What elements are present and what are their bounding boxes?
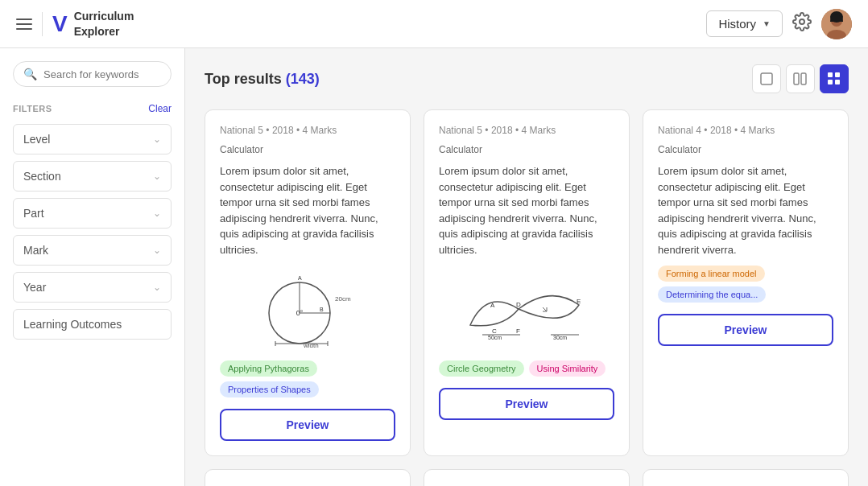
filter-label: Section: [23, 170, 61, 183]
chevron-down-icon: ⌄: [153, 171, 161, 182]
view-grid-button[interactable]: [820, 64, 849, 93]
view-toggles: [752, 64, 849, 93]
svg-text:E: E: [577, 298, 581, 305]
history-label: History: [718, 17, 756, 31]
svg-rect-11: [835, 80, 840, 84]
preview-button[interactable]: Preview: [658, 314, 833, 346]
preview-button[interactable]: Preview: [439, 388, 614, 420]
logo-text: Curriculum Explorer: [74, 9, 134, 38]
split-view-icon: [793, 72, 808, 86]
svg-text:A: A: [298, 275, 302, 281]
chevron-down-icon: ▼: [763, 19, 771, 28]
card-meta: National 5 • 2018 • 4 Marks: [220, 125, 395, 136]
gear-icon: [792, 12, 812, 31]
svg-text:C: C: [492, 327, 497, 335]
grid-view-icon: [827, 72, 841, 86]
header-left: V Curriculum Explorer: [16, 9, 134, 38]
avatar-image: [821, 9, 852, 39]
svg-text:50cm: 50cm: [488, 335, 502, 340]
filter-item-level[interactable]: Level⌄: [13, 124, 172, 154]
chevron-down-icon: ⌄: [153, 134, 161, 145]
card-body: Lorem ipsum dolor sit amet, consectetur …: [220, 163, 395, 257]
settings-button[interactable]: [792, 12, 812, 36]
results-count: (143): [286, 71, 320, 87]
card-type: Calculator: [658, 144, 833, 155]
card-tag: Using Similarity: [529, 360, 606, 377]
hamburger-icon[interactable]: [16, 19, 32, 30]
card-diagram: 0° 20cm width B A: [220, 269, 395, 349]
results-title: Top results (143): [205, 71, 320, 88]
filter-label: Level: [23, 133, 50, 146]
card-tag: Applying Pythagoras: [220, 360, 317, 377]
sidebar: 🔍 FILTERS Clear Level⌄Section⌄Part⌄Mark⌄…: [0, 48, 185, 486]
chevron-down-icon: ⌄: [153, 245, 161, 256]
header: V Curriculum Explorer History ▼: [0, 0, 868, 48]
svg-rect-5: [761, 73, 772, 84]
filter-label: Mark: [23, 244, 48, 257]
svg-rect-9: [835, 72, 840, 77]
learning-outcomes-filter[interactable]: Learning Outcomes: [13, 309, 172, 340]
search-input[interactable]: [43, 68, 161, 80]
header-divider: [42, 12, 43, 36]
filter-item-section[interactable]: Section⌄: [13, 161, 172, 192]
history-dropdown[interactable]: History ▼: [706, 10, 783, 37]
filter-label: Year: [23, 281, 46, 294]
bottom-cards-grid: National 4 • 2018 • 4 Marks Calculator N…: [205, 469, 849, 486]
svg-text:width: width: [303, 342, 319, 349]
filter-item-year[interactable]: Year⌄: [13, 272, 172, 303]
avatar-svg: [821, 9, 852, 39]
view-single-button[interactable]: [752, 64, 781, 93]
card-tag: Circle Geogmetry: [439, 360, 524, 377]
chevron-down-icon: ⌄: [153, 208, 161, 219]
card-tag: Determining the equa...: [658, 286, 766, 303]
card-body: Lorem ipsum dolor sit amet, consectetur …: [658, 163, 833, 257]
filter-items: Level⌄Section⌄Part⌄Mark⌄Year⌄: [13, 124, 172, 303]
card-tags: Applying PythagorasProperties of Shapes: [220, 360, 395, 397]
svg-rect-7: [801, 73, 806, 84]
single-view-icon: [759, 72, 774, 86]
card-diagram: A D E C F 50cm 30cm: [439, 269, 614, 349]
card-body: Lorem ipsum dolor sit amet, consectetur …: [439, 163, 614, 257]
svg-text:30cm: 30cm: [553, 335, 567, 340]
clear-filters-button[interactable]: Clear: [148, 103, 172, 114]
chevron-down-icon: ⌄: [153, 282, 161, 293]
card-item: National 5 • 2018 • 4 Marks Calculator L…: [424, 109, 630, 456]
results-header: Top results (143): [205, 64, 849, 93]
card-type: Calculator: [439, 144, 614, 155]
card-meta: National 5 • 2018 • 4 Marks: [439, 125, 614, 136]
svg-text:F: F: [516, 327, 520, 335]
main-content: Top results (143) National 5 • 2018 • 4 …: [185, 48, 868, 486]
card-meta: National 4 • 2018 • 4 Marks: [658, 125, 833, 136]
view-split-button[interactable]: [786, 64, 815, 93]
svg-rect-6: [794, 73, 799, 84]
search-icon: 🔍: [23, 68, 37, 80]
filters-header: FILTERS Clear: [13, 103, 172, 114]
preview-button[interactable]: Preview: [220, 409, 395, 441]
svg-rect-10: [828, 80, 833, 84]
svg-text:B: B: [320, 307, 324, 312]
card-item-partial: National 4 • 2018 • 4 Marks Calculator: [643, 469, 849, 486]
avatar[interactable]: [821, 9, 852, 39]
logo-v-icon: V: [52, 13, 68, 35]
svg-text:A: A: [490, 302, 495, 309]
svg-line-32: [543, 307, 547, 311]
search-box[interactable]: 🔍: [13, 61, 172, 87]
card-item-partial: National 4 • 2018 • 4 Marks Calculator: [205, 469, 411, 486]
filter-item-mark[interactable]: Mark⌄: [13, 235, 172, 266]
filter-label: Part: [23, 207, 44, 220]
logo[interactable]: V Curriculum Explorer: [52, 9, 134, 38]
svg-point-0: [800, 19, 804, 24]
card-tag: Forming a linear model: [658, 266, 765, 282]
card-tags: Forming a linear modelDetermining the eq…: [658, 266, 833, 303]
card-item: National 4 • 2018 • 4 Marks Calculator L…: [643, 109, 849, 456]
card-item-partial: National 4 • 2018 • 4 Marks Calculator: [424, 469, 630, 486]
svg-rect-8: [828, 72, 833, 77]
svg-text:20cm: 20cm: [335, 295, 351, 303]
filters-label: FILTERS: [13, 104, 52, 113]
header-right: History ▼: [706, 9, 852, 39]
card-tags: Circle GeogmetryUsing Similarity: [439, 360, 614, 377]
filter-item-part[interactable]: Part⌄: [13, 198, 172, 229]
layout: 🔍 FILTERS Clear Level⌄Section⌄Part⌄Mark⌄…: [0, 48, 868, 486]
card-type: Calculator: [220, 144, 395, 155]
svg-text:D: D: [516, 301, 521, 308]
